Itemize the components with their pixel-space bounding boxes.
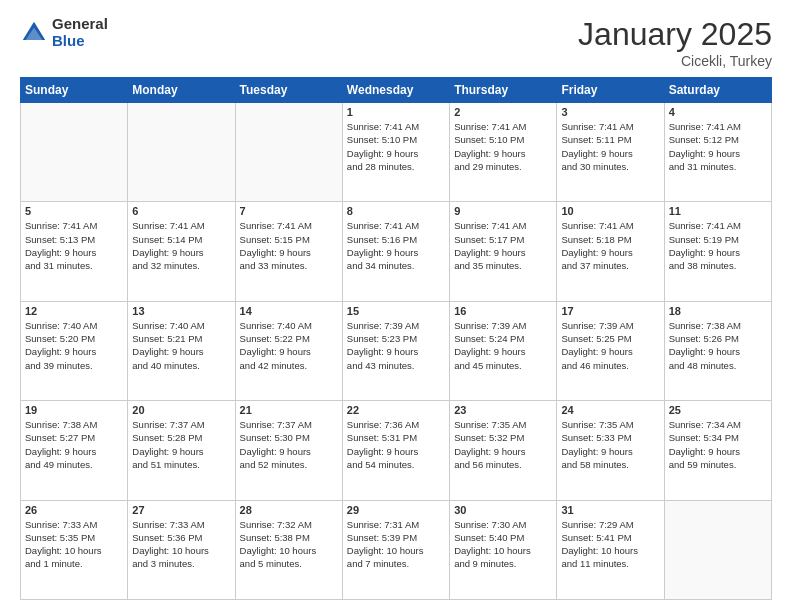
calendar-week-1: 1Sunrise: 7:41 AMSunset: 5:10 PMDaylight… [21,103,772,202]
day-info: Sunrise: 7:33 AMSunset: 5:36 PMDaylight:… [132,518,230,571]
day-info: Sunrise: 7:41 AMSunset: 5:10 PMDaylight:… [347,120,445,173]
day-number: 23 [454,404,552,416]
weekday-header-sunday: Sunday [21,78,128,103]
calendar-cell: 16Sunrise: 7:39 AMSunset: 5:24 PMDayligh… [450,301,557,400]
logo-text: General Blue [52,16,108,49]
calendar-cell: 28Sunrise: 7:32 AMSunset: 5:38 PMDayligh… [235,500,342,599]
day-info: Sunrise: 7:38 AMSunset: 5:27 PMDaylight:… [25,418,123,471]
location-subtitle: Cicekli, Turkey [578,53,772,69]
calendar-cell: 14Sunrise: 7:40 AMSunset: 5:22 PMDayligh… [235,301,342,400]
day-number: 19 [25,404,123,416]
day-number: 17 [561,305,659,317]
weekday-header-wednesday: Wednesday [342,78,449,103]
day-number: 25 [669,404,767,416]
calendar-cell: 27Sunrise: 7:33 AMSunset: 5:36 PMDayligh… [128,500,235,599]
day-info: Sunrise: 7:41 AMSunset: 5:13 PMDaylight:… [25,219,123,272]
day-number: 24 [561,404,659,416]
day-info: Sunrise: 7:35 AMSunset: 5:32 PMDaylight:… [454,418,552,471]
day-info: Sunrise: 7:39 AMSunset: 5:25 PMDaylight:… [561,319,659,372]
calendar-cell: 9Sunrise: 7:41 AMSunset: 5:17 PMDaylight… [450,202,557,301]
day-number: 30 [454,504,552,516]
calendar-cell: 22Sunrise: 7:36 AMSunset: 5:31 PMDayligh… [342,401,449,500]
calendar-cell: 10Sunrise: 7:41 AMSunset: 5:18 PMDayligh… [557,202,664,301]
calendar-week-4: 19Sunrise: 7:38 AMSunset: 5:27 PMDayligh… [21,401,772,500]
day-info: Sunrise: 7:40 AMSunset: 5:20 PMDaylight:… [25,319,123,372]
day-info: Sunrise: 7:41 AMSunset: 5:17 PMDaylight:… [454,219,552,272]
day-info: Sunrise: 7:41 AMSunset: 5:18 PMDaylight:… [561,219,659,272]
calendar-cell [235,103,342,202]
calendar-table: SundayMondayTuesdayWednesdayThursdayFrid… [20,77,772,600]
day-info: Sunrise: 7:38 AMSunset: 5:26 PMDaylight:… [669,319,767,372]
calendar-cell: 24Sunrise: 7:35 AMSunset: 5:33 PMDayligh… [557,401,664,500]
day-info: Sunrise: 7:40 AMSunset: 5:22 PMDaylight:… [240,319,338,372]
day-info: Sunrise: 7:33 AMSunset: 5:35 PMDaylight:… [25,518,123,571]
calendar-cell: 3Sunrise: 7:41 AMSunset: 5:11 PMDaylight… [557,103,664,202]
month-title: January 2025 [578,16,772,53]
page: General Blue January 2025 Cicekli, Turke… [0,0,792,612]
day-number: 3 [561,106,659,118]
calendar-cell: 29Sunrise: 7:31 AMSunset: 5:39 PMDayligh… [342,500,449,599]
weekday-header-friday: Friday [557,78,664,103]
day-number: 27 [132,504,230,516]
weekday-header-monday: Monday [128,78,235,103]
day-number: 7 [240,205,338,217]
calendar-cell: 21Sunrise: 7:37 AMSunset: 5:30 PMDayligh… [235,401,342,500]
day-info: Sunrise: 7:41 AMSunset: 5:12 PMDaylight:… [669,120,767,173]
day-number: 22 [347,404,445,416]
day-number: 8 [347,205,445,217]
calendar-cell: 19Sunrise: 7:38 AMSunset: 5:27 PMDayligh… [21,401,128,500]
calendar-cell: 12Sunrise: 7:40 AMSunset: 5:20 PMDayligh… [21,301,128,400]
day-number: 10 [561,205,659,217]
weekday-header-row: SundayMondayTuesdayWednesdayThursdayFrid… [21,78,772,103]
calendar-cell: 17Sunrise: 7:39 AMSunset: 5:25 PMDayligh… [557,301,664,400]
calendar-cell [664,500,771,599]
calendar-cell: 20Sunrise: 7:37 AMSunset: 5:28 PMDayligh… [128,401,235,500]
day-number: 2 [454,106,552,118]
day-number: 28 [240,504,338,516]
day-info: Sunrise: 7:29 AMSunset: 5:41 PMDaylight:… [561,518,659,571]
calendar-week-3: 12Sunrise: 7:40 AMSunset: 5:20 PMDayligh… [21,301,772,400]
calendar-cell [128,103,235,202]
day-number: 31 [561,504,659,516]
day-info: Sunrise: 7:30 AMSunset: 5:40 PMDaylight:… [454,518,552,571]
day-number: 13 [132,305,230,317]
day-number: 5 [25,205,123,217]
calendar-cell: 11Sunrise: 7:41 AMSunset: 5:19 PMDayligh… [664,202,771,301]
calendar-cell: 7Sunrise: 7:41 AMSunset: 5:15 PMDaylight… [235,202,342,301]
calendar-cell: 23Sunrise: 7:35 AMSunset: 5:32 PMDayligh… [450,401,557,500]
calendar-week-5: 26Sunrise: 7:33 AMSunset: 5:35 PMDayligh… [21,500,772,599]
calendar-cell: 5Sunrise: 7:41 AMSunset: 5:13 PMDaylight… [21,202,128,301]
calendar-cell: 2Sunrise: 7:41 AMSunset: 5:10 PMDaylight… [450,103,557,202]
day-info: Sunrise: 7:41 AMSunset: 5:11 PMDaylight:… [561,120,659,173]
day-number: 18 [669,305,767,317]
logo-icon [20,19,48,47]
day-info: Sunrise: 7:37 AMSunset: 5:28 PMDaylight:… [132,418,230,471]
day-info: Sunrise: 7:41 AMSunset: 5:14 PMDaylight:… [132,219,230,272]
calendar-cell: 30Sunrise: 7:30 AMSunset: 5:40 PMDayligh… [450,500,557,599]
calendar-cell: 8Sunrise: 7:41 AMSunset: 5:16 PMDaylight… [342,202,449,301]
day-number: 20 [132,404,230,416]
calendar-cell: 4Sunrise: 7:41 AMSunset: 5:12 PMDaylight… [664,103,771,202]
calendar-cell: 6Sunrise: 7:41 AMSunset: 5:14 PMDaylight… [128,202,235,301]
calendar-cell: 18Sunrise: 7:38 AMSunset: 5:26 PMDayligh… [664,301,771,400]
day-number: 11 [669,205,767,217]
day-info: Sunrise: 7:41 AMSunset: 5:19 PMDaylight:… [669,219,767,272]
day-info: Sunrise: 7:39 AMSunset: 5:23 PMDaylight:… [347,319,445,372]
day-number: 21 [240,404,338,416]
weekday-header-thursday: Thursday [450,78,557,103]
calendar-cell: 26Sunrise: 7:33 AMSunset: 5:35 PMDayligh… [21,500,128,599]
title-block: January 2025 Cicekli, Turkey [578,16,772,69]
calendar-cell: 13Sunrise: 7:40 AMSunset: 5:21 PMDayligh… [128,301,235,400]
day-number: 12 [25,305,123,317]
logo-general: General [52,16,108,33]
header: General Blue January 2025 Cicekli, Turke… [20,16,772,69]
day-info: Sunrise: 7:31 AMSunset: 5:39 PMDaylight:… [347,518,445,571]
calendar-cell: 1Sunrise: 7:41 AMSunset: 5:10 PMDaylight… [342,103,449,202]
calendar-cell: 31Sunrise: 7:29 AMSunset: 5:41 PMDayligh… [557,500,664,599]
weekday-header-saturday: Saturday [664,78,771,103]
calendar-cell: 15Sunrise: 7:39 AMSunset: 5:23 PMDayligh… [342,301,449,400]
logo: General Blue [20,16,108,49]
day-info: Sunrise: 7:37 AMSunset: 5:30 PMDaylight:… [240,418,338,471]
logo-blue: Blue [52,33,108,50]
day-info: Sunrise: 7:41 AMSunset: 5:10 PMDaylight:… [454,120,552,173]
